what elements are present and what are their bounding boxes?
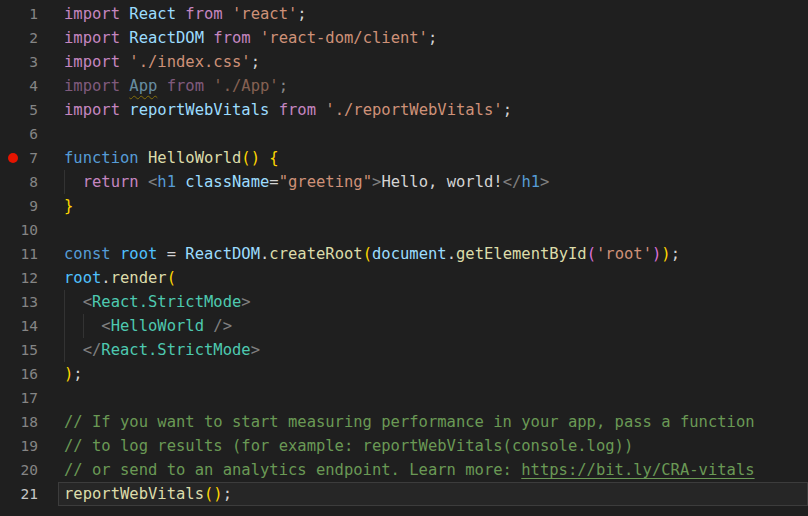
code-content[interactable]: import App from './App'; xyxy=(64,74,808,98)
gutter[interactable]: 16 xyxy=(0,362,64,386)
code-token: React xyxy=(129,5,176,23)
code-content[interactable]: // to log results (for example: reportWe… xyxy=(64,434,808,458)
code-line[interactable]: 19// to log results (for example: report… xyxy=(0,434,808,458)
gutter[interactable]: 14 xyxy=(0,314,64,338)
line-number[interactable]: 10 xyxy=(21,218,38,242)
line-number[interactable]: 6 xyxy=(29,122,38,146)
line-number[interactable]: 2 xyxy=(29,26,38,50)
code-line[interactable]: 14 <HelloWorld /> xyxy=(0,314,808,338)
code-line[interactable]: 21reportWebVitals(); xyxy=(0,482,808,506)
code-content[interactable]: root.render( xyxy=(64,266,808,290)
line-number[interactable]: 19 xyxy=(21,434,38,458)
code-line[interactable]: 5import reportWebVitals from './reportWe… xyxy=(0,98,808,122)
code-line[interactable]: 12root.render( xyxy=(0,266,808,290)
code-line[interactable]: 10 xyxy=(0,218,808,242)
gutter[interactable]: 21 xyxy=(0,482,64,506)
gutter[interactable]: 2 xyxy=(0,26,64,50)
code-line[interactable]: 9} xyxy=(0,194,808,218)
code-content[interactable]: import reportWebVitals from './reportWeb… xyxy=(64,98,808,122)
code-token: () xyxy=(241,149,260,167)
line-number[interactable]: 8 xyxy=(29,170,38,194)
line-number[interactable]: 15 xyxy=(21,338,38,362)
code-token: > xyxy=(241,293,250,311)
gutter[interactable]: 17 xyxy=(0,386,64,410)
code-line[interactable]: 16); xyxy=(0,362,808,386)
code-content[interactable]: const root = ReactDOM.createRoot(documen… xyxy=(64,242,808,266)
gutter[interactable]: 6 xyxy=(0,122,64,146)
code-content[interactable]: return <h1 className="greeting">Hello, w… xyxy=(64,170,808,194)
code-line[interactable]: 6 xyxy=(0,122,808,146)
breakpoint-icon[interactable] xyxy=(8,153,18,163)
code-line[interactable]: 4import App from './App'; xyxy=(0,74,808,98)
code-line[interactable]: 8 return <h1 className="greeting">Hello,… xyxy=(0,170,808,194)
code-content[interactable]: ); xyxy=(64,362,808,386)
code-token: // to log results (for example: reportWe… xyxy=(64,437,633,455)
code-content[interactable] xyxy=(64,386,808,410)
code-content[interactable]: reportWebVitals(); xyxy=(58,482,808,506)
code-content[interactable]: } xyxy=(64,194,808,218)
line-number[interactable]: 3 xyxy=(29,50,38,74)
code-line[interactable]: 1import React from 'react'; xyxy=(0,2,808,26)
gutter[interactable]: 15 xyxy=(0,338,64,362)
indent-guide xyxy=(64,314,65,338)
line-number[interactable]: 9 xyxy=(29,194,38,218)
code-token xyxy=(64,341,83,359)
code-line[interactable]: 18// If you want to start measuring perf… xyxy=(0,410,808,434)
code-line[interactable]: 15 </React.StrictMode> xyxy=(0,338,808,362)
gutter[interactable]: 5 xyxy=(0,98,64,122)
line-number[interactable]: 18 xyxy=(21,410,38,434)
line-number[interactable]: 16 xyxy=(21,362,38,386)
code-content[interactable] xyxy=(64,218,808,242)
code-content[interactable]: <HelloWorld /> xyxy=(64,314,808,338)
code-content[interactable]: // If you want to start measuring perfor… xyxy=(64,410,808,434)
code-token: </ xyxy=(83,341,102,359)
code-content[interactable]: // or send to an analytics endpoint. Lea… xyxy=(64,458,808,482)
gutter[interactable]: 11 xyxy=(0,242,64,266)
code-line[interactable]: 13 <React.StrictMode> xyxy=(0,290,808,314)
line-number[interactable]: 5 xyxy=(29,98,38,122)
code-token xyxy=(64,293,83,311)
comment-link[interactable]: https://bit.ly/CRA-vitals xyxy=(521,461,754,479)
code-token: './index.css' xyxy=(129,53,250,71)
line-number[interactable]: 12 xyxy=(21,266,38,290)
gutter[interactable]: 9 xyxy=(0,194,64,218)
line-number[interactable]: 1 xyxy=(29,2,38,26)
code-content[interactable]: import './index.css'; xyxy=(64,50,808,74)
code-content[interactable]: </React.StrictMode> xyxy=(64,338,808,362)
code-token: ( xyxy=(363,245,372,263)
line-number[interactable]: 11 xyxy=(21,242,38,266)
code-content[interactable]: <React.StrictMode> xyxy=(64,290,808,314)
line-number[interactable]: 13 xyxy=(21,290,38,314)
gutter[interactable]: 7 xyxy=(0,146,64,170)
line-number[interactable]: 7 xyxy=(29,146,38,170)
line-number[interactable]: 20 xyxy=(21,458,38,482)
code-line[interactable]: 3import './index.css'; xyxy=(0,50,808,74)
gutter[interactable]: 3 xyxy=(0,50,64,74)
code-token: HelloWorld xyxy=(148,149,241,167)
gutter[interactable]: 4 xyxy=(0,74,64,98)
code-content[interactable]: import ReactDOM from 'react-dom/client'; xyxy=(64,26,808,50)
line-number[interactable]: 4 xyxy=(29,74,38,98)
code-token: import xyxy=(64,77,129,95)
line-number[interactable]: 14 xyxy=(21,314,38,338)
code-content[interactable]: import React from 'react'; xyxy=(64,2,808,26)
gutter[interactable]: 8 xyxy=(0,170,64,194)
code-line[interactable]: 20// or send to an analytics endpoint. L… xyxy=(0,458,808,482)
gutter[interactable]: 18 xyxy=(0,410,64,434)
code-content[interactable] xyxy=(64,122,808,146)
code-line[interactable]: 7function HelloWorld() { xyxy=(0,146,808,170)
gutter[interactable]: 13 xyxy=(0,290,64,314)
code-editor[interactable]: 1import React from 'react';2import React… xyxy=(0,0,808,516)
gutter[interactable]: 1 xyxy=(0,2,64,26)
gutter[interactable]: 10 xyxy=(0,218,64,242)
gutter[interactable]: 20 xyxy=(0,458,64,482)
line-number[interactable]: 21 xyxy=(21,482,38,506)
code-line[interactable]: 2import ReactDOM from 'react-dom/client'… xyxy=(0,26,808,50)
line-number[interactable]: 17 xyxy=(21,386,38,410)
code-content[interactable]: function HelloWorld() { xyxy=(64,146,808,170)
code-token xyxy=(64,173,83,191)
gutter[interactable]: 12 xyxy=(0,266,64,290)
code-line[interactable]: 11const root = ReactDOM.createRoot(docum… xyxy=(0,242,808,266)
gutter[interactable]: 19 xyxy=(0,434,64,458)
code-line[interactable]: 17 xyxy=(0,386,808,410)
